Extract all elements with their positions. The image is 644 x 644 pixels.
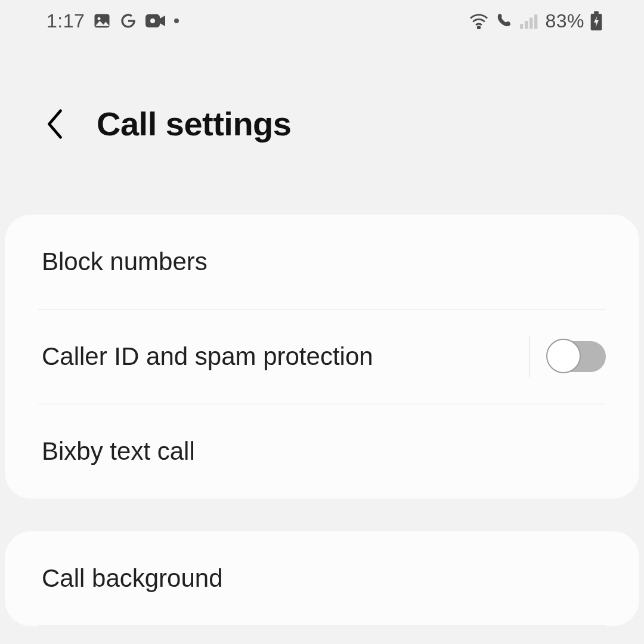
svg-point-1 bbox=[98, 17, 101, 20]
page-header: Call settings bbox=[0, 42, 644, 215]
signal-icon bbox=[520, 13, 539, 29]
toggle-knob bbox=[546, 339, 581, 373]
dot-icon bbox=[174, 18, 179, 23]
settings-group-1: Block numbers Caller ID and spam protect… bbox=[5, 215, 639, 499]
svg-point-3 bbox=[150, 18, 155, 23]
back-button[interactable] bbox=[43, 112, 67, 136]
svg-point-4 bbox=[478, 26, 481, 29]
svg-rect-7 bbox=[530, 18, 532, 29]
video-icon bbox=[145, 13, 166, 29]
page-title: Call settings bbox=[97, 104, 291, 143]
battery-percentage: 83% bbox=[545, 10, 584, 32]
row-bixby-text-call[interactable]: Bixby text call bbox=[5, 404, 639, 499]
svg-rect-9 bbox=[594, 11, 599, 14]
photo-icon bbox=[93, 12, 111, 30]
status-left: 1:17 bbox=[47, 10, 179, 32]
google-icon bbox=[119, 12, 137, 30]
battery-charging-icon bbox=[590, 11, 602, 30]
svg-rect-5 bbox=[520, 24, 523, 29]
row-caller-id-spam[interactable]: Caller ID and spam protection bbox=[5, 309, 639, 404]
row-call-background[interactable]: Call background bbox=[5, 531, 639, 626]
status-bar: 1:17 83% bbox=[0, 0, 644, 42]
row-label: Block numbers bbox=[42, 247, 208, 276]
wifi-icon bbox=[469, 13, 489, 29]
divider bbox=[38, 626, 606, 626]
row-right bbox=[529, 336, 606, 377]
row-label: Bixby text call bbox=[42, 437, 195, 466]
wifi-calling-icon bbox=[495, 12, 514, 30]
row-block-numbers[interactable]: Block numbers bbox=[5, 215, 639, 309]
settings-group-2: Call background bbox=[5, 531, 639, 626]
row-label: Call background bbox=[42, 564, 223, 593]
status-time: 1:17 bbox=[47, 10, 85, 32]
caller-id-spam-toggle[interactable] bbox=[547, 341, 606, 372]
status-right: 83% bbox=[469, 10, 602, 32]
svg-rect-6 bbox=[525, 21, 528, 29]
svg-rect-8 bbox=[534, 14, 537, 29]
vertical-separator bbox=[529, 336, 530, 377]
row-label: Caller ID and spam protection bbox=[42, 342, 373, 371]
